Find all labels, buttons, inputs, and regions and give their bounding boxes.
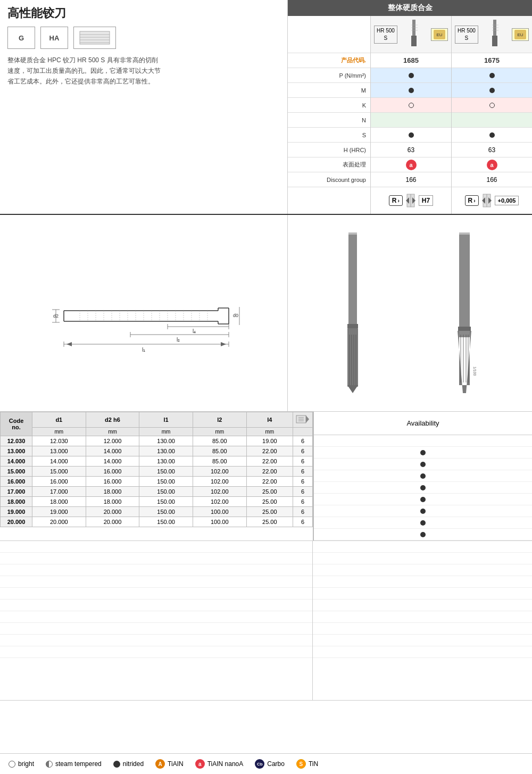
cell-l2: 100.00 — [193, 507, 246, 517]
avail-bullet — [420, 509, 426, 514]
cell-l2: 102.00 — [193, 467, 246, 477]
footer-label-carbo: Carbo — [267, 760, 285, 768]
label-H: H (HRC) — [288, 143, 370, 157]
table-labels: 产品代码. P (N/mm²) M K N S H (HRC) 表面处理 Dis… — [288, 16, 370, 214]
page-title: 高性能铰刀 — [7, 5, 280, 21]
cell-d1: 16.000 — [32, 477, 86, 487]
cell-l4: 22.00 — [246, 446, 293, 456]
tool-image-1 — [337, 228, 369, 398]
hr-box-1685: HR 500S — [374, 26, 397, 44]
svg-text:d0: d0 — [233, 313, 238, 318]
page-header: 高性能铰刀 G HA 整体硬质合金 HPC 铰刀 HR 500 S 具有非常高的… — [0, 0, 532, 215]
prod-series-1685: HR 500S EU — [371, 16, 451, 53]
nitrided-icon — [113, 761, 120, 768]
cell-l4: 25.00 — [246, 497, 293, 507]
technical-drawing: d2 d0 l₄ l₂ — [32, 260, 255, 367]
footer-item-steam: steam tempered — [46, 760, 102, 768]
cell-code: 17.000 — [1, 487, 32, 497]
svg-rect-80 — [348, 232, 357, 235]
empty-row — [0, 600, 312, 611]
cell-l1: 130.00 — [139, 456, 193, 467]
cell-d2: 16.000 — [86, 467, 139, 477]
avail-bullet — [420, 520, 426, 526]
label-surface: 表面处理 — [288, 157, 370, 172]
avail-row — [314, 505, 532, 517]
cell-l1: 150.00 — [139, 477, 193, 487]
cell-l2: 102.00 — [193, 487, 246, 497]
cell-icon: 6 — [293, 477, 313, 487]
middle-section: d2 d0 l₄ l₂ — [0, 215, 532, 412]
col-unit-d2: mm — [86, 428, 139, 436]
prod-surface-1675: a — [452, 157, 532, 172]
footer-label-bright: bright — [18, 760, 34, 768]
label-product-code: 产品代码. — [288, 53, 370, 68]
label-series — [288, 16, 370, 53]
carbo-icon: Cb — [255, 759, 264, 769]
cell-d2: 18.000 — [86, 487, 139, 497]
empty-row — [0, 541, 312, 553]
eu-badge-1685: EU — [431, 28, 448, 41]
cell-code: 20.000 — [1, 517, 32, 527]
tin-icon: S — [296, 759, 306, 769]
svg-text:l₁: l₁ — [142, 347, 145, 353]
icon-HA: HA — [40, 27, 68, 49]
tool-image-2: 1/100 — [446, 228, 483, 398]
footer-item-tiain-nano: a TiAIN nanoA — [195, 759, 244, 769]
table-row: 20.000 20.000 20.000 150.00 100.00 25.00… — [1, 517, 313, 527]
avail-bullet — [420, 450, 426, 455]
cell-l1: 150.00 — [139, 507, 193, 517]
table-row: 14.000 14.000 14.000 130.00 85.00 22.00 … — [1, 456, 313, 467]
cell-d1: 20.000 — [32, 517, 86, 527]
footer-label-tiain: TiAIN — [168, 760, 184, 768]
tool-thumb-1685 — [406, 20, 422, 49]
svg-text:1/100: 1/100 — [473, 367, 477, 376]
label-P: P (N/mm²) — [288, 68, 370, 83]
cell-d2: 20.000 — [86, 517, 139, 527]
cell-l2: 102.00 — [193, 497, 246, 507]
cell-d2: 18.000 — [86, 497, 139, 507]
product-columns: 产品代码. P (N/mm²) M K N S H (HRC) 表面处理 Dis… — [288, 16, 532, 214]
empty-row — [0, 553, 312, 564]
svg-marker-71 — [221, 342, 226, 346]
cell-d1: 15.000 — [32, 467, 86, 477]
empty-row — [313, 623, 532, 635]
prod-P-1685 — [371, 68, 451, 83]
empty-row — [313, 541, 532, 553]
empty-row — [313, 564, 532, 576]
table-row: 13.000 13.000 14.000 130.00 85.00 22.00 … — [1, 446, 313, 456]
cell-code: 16.000 — [1, 477, 32, 487]
cell-icon: 6 — [293, 497, 313, 507]
prod-discount-1675: 166 — [452, 172, 532, 187]
tiain-nano-icon: a — [195, 759, 205, 769]
avail-row — [314, 459, 532, 470]
footer-label-steam: steam tempered — [55, 760, 102, 768]
cell-l1: 130.00 — [139, 446, 193, 456]
prod-H-1685: 63 — [371, 143, 451, 157]
empty-row — [0, 623, 312, 635]
svg-rect-6 — [411, 36, 417, 46]
product-col-1675: HR 500S EU — [451, 16, 532, 214]
empty-left — [0, 541, 313, 700]
availability-rows — [314, 435, 532, 540]
cell-icon: 6 — [293, 517, 313, 527]
table-row: 17.000 17.000 18.000 150.00 102.00 25.00… — [1, 487, 313, 497]
label-tolerance — [288, 187, 370, 214]
prod-H-1675: 63 — [452, 143, 532, 157]
cell-l1: 150.00 — [139, 517, 193, 527]
header-icons: G HA — [7, 27, 280, 49]
footer-item-tiain: A TiAIN — [155, 759, 184, 769]
empty-section — [0, 541, 532, 701]
avail-bullet — [420, 485, 426, 490]
prod-code-1685: 1685 — [371, 53, 451, 68]
svg-text:l₄: l₄ — [193, 328, 196, 334]
empty-row — [313, 553, 532, 564]
cell-d2: 16.000 — [86, 477, 139, 487]
product-col-1685: HR 500S EU — [370, 16, 451, 214]
cell-d2: 12.000 — [86, 436, 139, 446]
tool-svg-1 — [337, 228, 369, 398]
empty-row — [313, 576, 532, 588]
steam-icon — [46, 761, 53, 768]
footer-label-tin: TiN — [309, 760, 318, 768]
footer-label-tiain-nano: TiAIN nanoA — [207, 760, 244, 768]
svg-text:l₂: l₂ — [177, 337, 180, 343]
